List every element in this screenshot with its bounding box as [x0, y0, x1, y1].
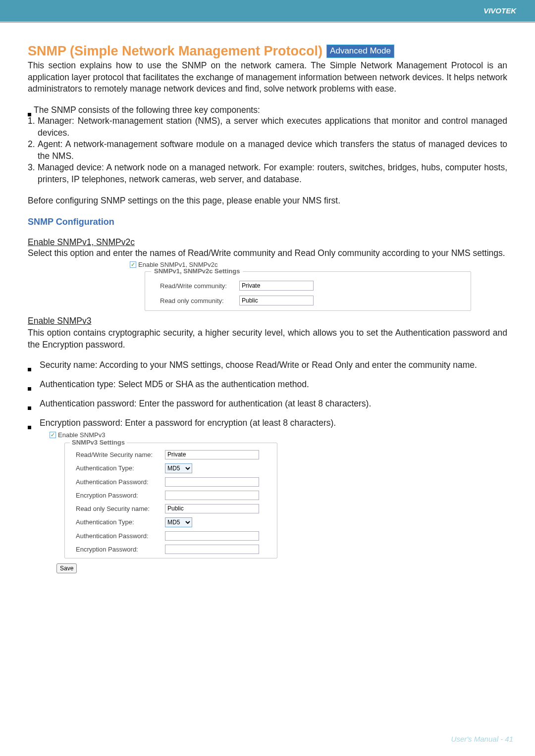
- ro-community-label: Read only community:: [160, 297, 239, 304]
- component-item: 2. Agent: A network-management software …: [28, 139, 507, 162]
- auth-type-label-2: Authentication Type:: [76, 518, 165, 526]
- rw-security-input[interactable]: [165, 450, 259, 459]
- enc-pw-input-1[interactable]: [165, 491, 259, 500]
- enc-pw-input-2[interactable]: [165, 545, 259, 554]
- square-bullet-icon: [28, 418, 34, 428]
- component-num: 3.: [28, 162, 38, 185]
- snmp-v12-panel: ✓ Enable SNMPv1, SNMPv2c SNMPv1, SNMPv2c…: [130, 261, 471, 311]
- page-title: SNMP (Simple Network Management Protocol…: [28, 44, 322, 59]
- ro-security-input[interactable]: [165, 504, 259, 513]
- v12-settings-fieldset: SNMPv1, SNMPv2c Settings Read/Write comm…: [145, 271, 471, 311]
- enable-v3-head: Enable SNMPv3: [28, 316, 507, 326]
- auth-type-label-1: Authentication Type:: [76, 464, 165, 472]
- components-lead-text: The SNMP consists of the following three…: [34, 105, 260, 115]
- v12-settings-legend: SNMPv1, SNMPv2c Settings: [151, 267, 243, 275]
- enc-pw-label-2: Encryption Password:: [76, 546, 165, 553]
- ro-security-label: Read only Security name:: [76, 505, 165, 512]
- rw-community-input[interactable]: [239, 281, 314, 291]
- v3-item: Security name: According to your NMS set…: [28, 360, 507, 370]
- intro-paragraph: This section explains how to use the SNM…: [28, 60, 507, 95]
- auth-pw-input-1[interactable]: [165, 477, 259, 487]
- v3-settings-fieldset: SNMPv3 Settings Read/Write Security name…: [64, 443, 277, 558]
- enable-v3-checkbox-row: ✓ Enable SNMPv3: [50, 431, 507, 439]
- ro-community-input[interactable]: [239, 296, 314, 305]
- square-bullet-icon: [28, 105, 34, 115]
- snmp-v3-panel: ✓ Enable SNMPv3 SNMPv3 Settings Read/Wri…: [50, 431, 507, 573]
- component-item: 1. Manager: Network-management station (…: [28, 115, 507, 139]
- auth-type-select-2[interactable]: MD5: [165, 517, 192, 527]
- rw-security-label: Read/Write Security name:: [76, 451, 165, 458]
- component-text: Managed device: A network node on a mana…: [38, 162, 507, 185]
- before-config-note: Before configuring SNMP settings on the …: [28, 196, 507, 206]
- auth-pw-label-2: Authentication Password:: [76, 532, 165, 540]
- header-band: VIVOTEK: [0, 0, 535, 23]
- components-block: The SNMP consists of the following three…: [28, 105, 507, 186]
- component-text: Agent: A network-management software mod…: [38, 139, 507, 162]
- components-lead: The SNMP consists of the following three…: [28, 105, 507, 115]
- rw-community-label: Read/Write community:: [160, 282, 239, 290]
- auth-pw-input-2[interactable]: [165, 531, 259, 541]
- component-item: 3. Managed device: A network node on a m…: [28, 162, 507, 185]
- brand-label: VIVOTEK: [483, 6, 516, 15]
- v3-item-text: Authentication type: Select MD5 or SHA a…: [34, 379, 309, 390]
- enable-v3-desc: This option contains cryptographic secur…: [28, 327, 507, 351]
- auth-type-select-1[interactable]: MD5: [165, 463, 192, 473]
- component-num: 2.: [28, 139, 38, 162]
- v3-item-text: Encryption password: Enter a password fo…: [34, 418, 336, 428]
- enable-v3-checkbox-label: Enable SNMPv3: [58, 431, 105, 439]
- square-bullet-icon: [28, 360, 34, 370]
- page-content: SNMP (Simple Network Management Protocol…: [0, 23, 535, 573]
- enc-pw-label-1: Encryption Password:: [76, 492, 165, 499]
- v3-item-text: Security name: According to your NMS set…: [34, 360, 507, 370]
- checkbox-checked-icon[interactable]: ✓: [130, 261, 136, 268]
- enable-v12-desc: Select this option and enter the names o…: [28, 248, 507, 259]
- v3-settings-legend: SNMPv3 Settings: [70, 439, 127, 446]
- component-num: 1.: [28, 115, 38, 139]
- page-footer: User's Manual - 41: [451, 735, 513, 743]
- snmp-config-subhead: SNMP Configuration: [28, 217, 507, 227]
- v3-item: Authentication password: Enter the passw…: [28, 399, 507, 409]
- square-bullet-icon: [28, 399, 34, 409]
- enable-v12-head: Enable SNMPv1, SNMPv2c: [28, 237, 507, 248]
- square-bullet-icon: [28, 379, 34, 390]
- component-text: Manager: Network-management station (NMS…: [38, 115, 507, 139]
- v3-item: Authentication type: Select MD5 or SHA a…: [28, 379, 507, 390]
- save-button[interactable]: Save: [56, 563, 77, 573]
- checkbox-checked-icon[interactable]: ✓: [50, 432, 56, 438]
- advanced-mode-badge: Advanced Mode: [326, 45, 394, 57]
- v3-item: Encryption password: Enter a password fo…: [28, 418, 507, 428]
- auth-pw-label-1: Authentication Password:: [76, 478, 165, 486]
- title-row: SNMP (Simple Network Management Protocol…: [28, 44, 507, 59]
- v3-item-text: Authentication password: Enter the passw…: [34, 399, 371, 409]
- v3-bullet-list: Security name: According to your NMS set…: [28, 360, 507, 428]
